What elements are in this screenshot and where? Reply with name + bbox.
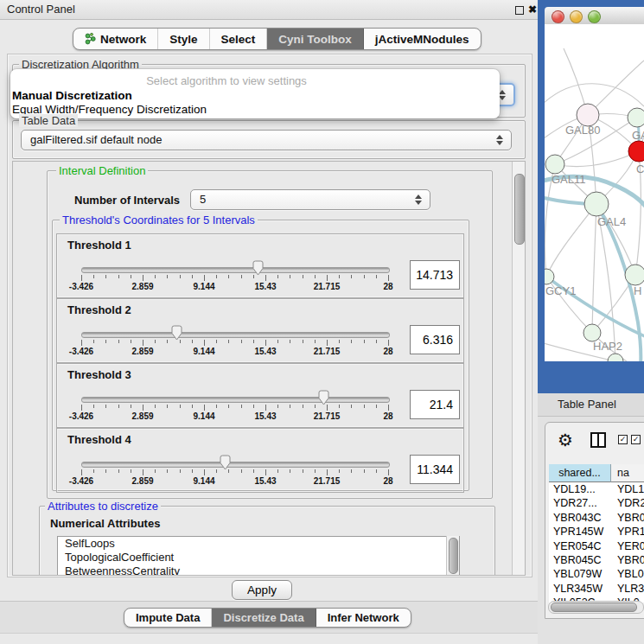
slider-tick	[265, 340, 266, 346]
network-node-ga[interactable]	[628, 108, 644, 127]
table-panel: Table Panel ⚙ ✓ ✓ shared... na YDL19...Y…	[538, 393, 644, 644]
table-row-cell[interactable]: YLR3	[617, 582, 644, 596]
threshold-slider-thumb[interactable]	[170, 325, 183, 341]
tab-cyni-toolbox[interactable]: Cyni Toolbox	[267, 29, 364, 49]
tab-select[interactable]: Select	[210, 29, 268, 49]
tab-infer-network[interactable]: Infer Network	[316, 609, 411, 627]
slider-tick-label: 2.859	[131, 476, 153, 486]
table-row-cell[interactable]: YDL19...	[553, 482, 610, 496]
tab-infer-network-label: Infer Network	[328, 611, 399, 624]
table-row-cell[interactable]: YER054C	[553, 539, 610, 553]
checkbox-icon[interactable]: ✓	[631, 435, 641, 444]
table-row-cell[interactable]: YBR043C	[553, 511, 610, 525]
interval-definition-title: Interval Definition	[56, 164, 148, 177]
table-row-cell[interactable]: YDR2	[617, 496, 644, 510]
network-node[interactable]	[608, 354, 623, 361]
tab-style[interactable]: Style	[158, 29, 209, 49]
threshold-panel: Threshold 1-3.4262.8599.14415.4321.71528…	[56, 233, 464, 298]
checkbox-icon[interactable]: ✓	[618, 435, 628, 444]
table-data-select[interactable]: galFiltered.sif default node	[21, 130, 512, 150]
threshold-value-field[interactable]: 11.344	[410, 455, 460, 484]
network-node-gal4[interactable]	[584, 192, 609, 216]
threshold-value-field[interactable]: 14.713	[410, 260, 460, 290]
threshold-label: Threshold 2	[67, 303, 131, 316]
settings-scrollbar[interactable]	[512, 162, 526, 575]
close-light[interactable]	[552, 10, 564, 23]
list-item[interactable]: BetweennessCentrality	[58, 564, 459, 576]
table-row-cell[interactable]: YBR0	[617, 553, 644, 567]
network-canvas[interactable]: GAL80GACGAL11GAL4GCY1HHAP2	[545, 24, 644, 361]
threshold-slider-track[interactable]	[81, 397, 390, 403]
threshold-slider-thumb[interactable]	[252, 260, 265, 276]
threshold-value-field[interactable]: 21.4	[410, 390, 460, 419]
threshold-slider-track[interactable]	[81, 462, 390, 468]
thresholds-group-title: Threshold's Coordinates for 5 Intervals	[60, 214, 258, 226]
network-node-c[interactable]	[628, 141, 644, 162]
threshold-value-field[interactable]: 6.316	[410, 325, 460, 354]
minimize-light[interactable]	[570, 10, 583, 23]
slider-tick	[315, 405, 316, 408]
threshold-label: Threshold 4	[67, 433, 131, 446]
close-icon[interactable]: ✖	[528, 2, 537, 17]
settings-gear-icon[interactable]: ⚙	[558, 430, 573, 450]
column-header-shared-name[interactable]: shared...	[549, 464, 611, 482]
network-edge	[545, 84, 644, 106]
slider-tick	[180, 469, 181, 473]
control-panel-titlebar[interactable]: Control Panel ✖	[0, 0, 538, 20]
table-row-cell[interactable]: YLR345W	[553, 582, 610, 596]
threshold-slider-track[interactable]	[81, 332, 390, 338]
table-row-cell[interactable]: YDR27...	[553, 496, 610, 510]
network-node-label: H	[634, 284, 641, 297]
network-node-label: GAL80	[565, 124, 600, 137]
table-row-cell[interactable]: YBR045C	[553, 553, 610, 567]
table-horizontal-scrollbar-thumb[interactable]	[551, 603, 637, 612]
threshold-slider-thumb[interactable]	[219, 455, 232, 470]
table-row-cell[interactable]: YER0	[617, 539, 644, 553]
tab-discretize-data[interactable]: Discretize Data	[212, 609, 316, 627]
table-row-cell[interactable]: YPR1	[617, 525, 644, 539]
threshold-slider-track[interactable]	[81, 267, 390, 273]
attributes-list-scrollbar[interactable]	[446, 536, 459, 576]
slider-tick	[143, 275, 143, 281]
network-node-h[interactable]	[625, 265, 644, 285]
table-row-cell[interactable]: YPR145W	[553, 525, 610, 539]
network-node-gal11[interactable]	[545, 155, 564, 174]
tab-impute-data[interactable]: Impute Data	[124, 609, 212, 627]
table-row-cell[interactable]: YBR0	[617, 511, 644, 525]
list-item[interactable]: TopologicalCoefficient	[58, 551, 459, 564]
slider-tick	[376, 469, 377, 473]
network-window-titlebar[interactable]	[545, 7, 644, 25]
network-node-label: C	[636, 163, 644, 175]
threshold-slider-thumb[interactable]	[317, 390, 330, 405]
network-node-hap2[interactable]	[583, 324, 601, 341]
numerical-attributes-list[interactable]: SelfLoopsTopologicalCoefficientBetweenne…	[57, 536, 460, 576]
slider-tick-label: -3.426	[69, 476, 93, 486]
tab-jactivemnodules[interactable]: jActiveMNodules	[364, 29, 481, 49]
table-horizontal-scrollbar[interactable]	[548, 601, 644, 614]
zoom-light[interactable]	[588, 10, 601, 23]
attributes-group-title: Attributes to discretize	[45, 500, 161, 513]
slider-tick	[192, 340, 193, 343]
attributes-list-scrollbar-thumb[interactable]	[449, 538, 458, 574]
network-edge	[546, 204, 596, 277]
table-row-cell[interactable]: YDL1	[617, 482, 644, 496]
slider-tick	[364, 275, 365, 278]
table-row-cell[interactable]: YBL079W	[553, 567, 610, 581]
algorithm-option-manual-discretization[interactable]: Manual Discretization	[12, 89, 132, 102]
column-header-name[interactable]: na	[611, 464, 644, 482]
number-of-intervals-select[interactable]: 5	[190, 189, 430, 210]
slider-tick	[364, 405, 365, 408]
slider-tick	[351, 340, 352, 343]
split-columns-icon[interactable]	[590, 432, 606, 448]
bottom-tab-bar: Impute Data Discretize Data Infer Networ…	[124, 608, 411, 628]
tab-cyni-toolbox-label: Cyni Toolbox	[278, 33, 352, 46]
table-panel-titlebar[interactable]: Table Panel	[538, 393, 644, 417]
apply-button[interactable]: Apply	[232, 580, 292, 600]
tab-style-label: Style	[169, 33, 197, 46]
settings-scrollbar-thumb[interactable]	[514, 174, 525, 245]
number-of-intervals-label: Number of Intervals	[74, 194, 180, 207]
tab-network[interactable]: Network	[73, 29, 158, 49]
list-item[interactable]: SelfLoops	[58, 537, 459, 551]
float-window-icon[interactable]	[515, 6, 524, 15]
table-row-cell[interactable]: YBL0	[617, 567, 644, 581]
